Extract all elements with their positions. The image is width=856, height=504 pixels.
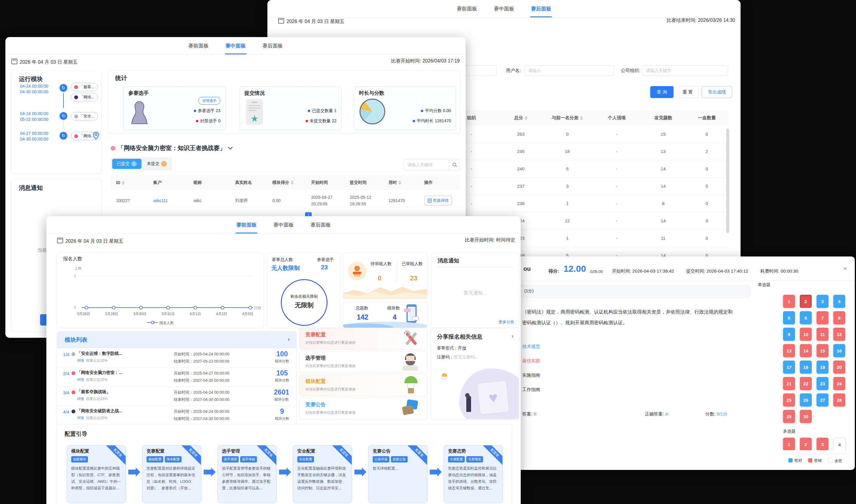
config-shortcut-competition[interactable]: 竞赛配置 对当前赛事的信息进行重新修改 — [299, 328, 427, 349]
col-score[interactable]: 模块得分 — [273, 180, 311, 185]
question-cell[interactable]: 27 — [817, 393, 828, 407]
tab-post-panel[interactable]: 赛后面板 — [310, 221, 331, 233]
guide-tag[interactable]: 大屏配置 — [448, 456, 465, 463]
question-cell[interactable]: 11 — [817, 328, 828, 341]
detail-link[interactable]: 详情 — [77, 358, 84, 363]
sort-icon[interactable] — [525, 116, 528, 120]
tab-submitted[interactable]: 已提交 1 — [112, 159, 141, 169]
question-cell[interactable]: 28 — [833, 393, 845, 407]
tab-post-panel[interactable]: 赛后面板 — [262, 42, 283, 54]
config-shortcut-modules[interactable]: 模块配置 对当前赛事的信息进行重新修改 — [299, 375, 427, 396]
question-cell[interactable]: 21 — [783, 377, 795, 390]
data-point[interactable] — [85, 306, 88, 309]
question-cell[interactable]: 19 — [817, 361, 828, 374]
guide-tag[interactable]: 新建公告 — [391, 456, 408, 463]
question-cell[interactable]: 17 — [783, 361, 795, 374]
guide-card-security-config[interactable]: 配置项 安全配置 安全配置 安全配置是确保比赛环境和选手数据安全的关键步骤，涉及… — [293, 445, 352, 503]
option-b[interactable]: 最佳实践 — [522, 358, 540, 364]
chevron-right-icon[interactable]: › — [288, 336, 290, 343]
reset-button[interactable]: 重 置 — [677, 86, 698, 98]
data-point[interactable] — [193, 306, 197, 309]
sort-icon[interactable] — [122, 181, 125, 185]
detail-link[interactable]: 详情 — [77, 416, 84, 420]
tab-mid-panel[interactable]: 赛中面板 — [225, 42, 246, 54]
guide-tag[interactable]: 创建模块 — [71, 456, 88, 463]
question-cell[interactable]: 4 — [833, 295, 845, 308]
question-cell[interactable]: 25 — [783, 393, 795, 407]
question-cell[interactable]: 5 — [783, 311, 795, 324]
question-cell[interactable]: 2 — [800, 438, 812, 450]
close-icon[interactable]: × — [843, 265, 847, 273]
question-cell[interactable]: 8 — [833, 311, 845, 324]
chevron-down-icon[interactable] — [228, 147, 233, 150]
question-cell[interactable]: 6 — [800, 311, 812, 324]
question-cell[interactable]: 15 — [817, 344, 828, 357]
guide-tag[interactable]: 基础配置 — [146, 456, 163, 463]
guide-card-competition-config[interactable]: 配置项 竞赛配置 基础配置报名配置 竞赛配置是对比赛的详细设定过程，包括设置赛事… — [142, 445, 201, 503]
question-cell[interactable]: 30 — [800, 410, 812, 423]
config-shortcut-players[interactable]: 选手管理 对当前赛事的信息进行重新修改 — [299, 351, 427, 373]
question-cell[interactable]: 3 — [817, 295, 828, 308]
query-button[interactable]: 查 询 — [650, 86, 674, 98]
option-c[interactable]: 实施指南 — [522, 373, 540, 378]
keyword-search-input[interactable] — [404, 159, 449, 170]
scrollbar[interactable] — [726, 128, 729, 233]
question-cell[interactable]: 10 — [800, 328, 812, 341]
chart-legend[interactable]: 报名人数 — [57, 321, 263, 326]
option-a[interactable]: 技术规范 — [522, 344, 540, 349]
module-row[interactable]: 3/4 「极客夺旗战场」 详情 权重占比25% 开始时间：2025-04-24 … — [57, 386, 296, 406]
tab-pre-panel[interactable]: 赛前面板 — [456, 5, 478, 17]
manage-players-button[interactable]: 管理选手 — [198, 97, 221, 105]
table-row[interactable]: 100227 wikc111 wikc 刘老师 0.00 2025-04-272… — [111, 190, 460, 211]
question-cell[interactable]: 29 — [783, 410, 795, 423]
question-cell[interactable]: 23 — [817, 377, 828, 390]
module-row[interactable]: 4/4 「网络安全破防者之战... 详情 权重占比25% 开始时间：2025-0… — [57, 406, 296, 425]
guide-card-situation[interactable]: 配置项 竞赛态势 大屏配置大屏预览 竞赛态势是实时监控和展示比赛动态信息的功能模… — [443, 445, 503, 503]
answer-detail-button[interactable]: 答题详情 — [424, 196, 452, 205]
col-id[interactable]: ID — [111, 180, 153, 185]
data-point[interactable] — [112, 306, 116, 309]
guide-tag[interactable]: 报名配置 — [165, 456, 181, 463]
sort-icon[interactable] — [398, 181, 401, 185]
sort-icon[interactable] — [580, 116, 583, 120]
question-cell[interactable]: 22 — [800, 377, 812, 390]
username-input[interactable] — [525, 65, 614, 76]
data-point[interactable] — [139, 306, 143, 309]
question-cell[interactable]: 24 — [833, 377, 845, 390]
guide-tag[interactable]: 选手管理 — [222, 456, 239, 463]
question-cell[interactable]: 16 — [833, 344, 845, 357]
detail-link[interactable]: 详情 — [77, 378, 84, 382]
module-pill-network[interactable]: 「网络... — [71, 93, 98, 101]
org-input[interactable] — [643, 65, 728, 76]
tab-post-panel[interactable]: 赛后面板 — [530, 5, 552, 17]
data-point[interactable] — [248, 306, 252, 309]
chevron-right-icon[interactable]: › — [511, 332, 513, 339]
option-d[interactable]: 工作指南 — [522, 387, 540, 393]
guide-tag[interactable]: 大屏预览 — [466, 456, 483, 463]
col-total[interactable]: 总分 — [499, 115, 543, 121]
sort-icon[interactable] — [291, 181, 294, 185]
module-pill-geek[interactable]: 「极客... — [71, 83, 98, 91]
question-cell[interactable]: 9 — [783, 328, 795, 341]
tab-pre-panel[interactable]: 赛前面板 — [188, 42, 209, 54]
detail-link[interactable]: 详情 — [77, 397, 84, 401]
module-row[interactable]: 1/4 「安全运维：数字防线... 详情 权重占比25% 开始时间：2025-0… — [57, 348, 296, 368]
guide-tag[interactable]: 公告列表 — [373, 456, 389, 463]
module-row[interactable]: 2/4 「网络安全脑力密室：... 详情 权重占比25% 开始时间：2025-0… — [57, 367, 296, 387]
question-cell[interactable]: 14 — [800, 344, 812, 357]
location-pin-icon[interactable] — [93, 132, 99, 140]
export-button[interactable]: 导出成绩 — [702, 86, 732, 98]
col-duration[interactable]: 用时 — [388, 180, 424, 185]
guide-tag[interactable]: 安全配置 — [297, 456, 314, 463]
question-cell[interactable]: 12 — [833, 328, 845, 341]
question-cell[interactable]: 26 — [800, 393, 812, 407]
question-cell[interactable]: 1 — [783, 295, 795, 308]
tab-unsubmitted[interactable]: 未提交 22 — [143, 159, 171, 169]
question-cell[interactable]: 3 — [817, 438, 828, 450]
guide-card-module-config[interactable]: 配置项 模块配置 创建模块 模块配置是将比赛中的五种题型（知识竞答、CTF、渗透… — [67, 445, 126, 503]
question-cell[interactable]: 2 — [800, 295, 812, 308]
question-cell[interactable]: 20 — [833, 361, 845, 374]
tab-mid-panel[interactable]: 赛中面板 — [273, 221, 294, 233]
question-cell[interactable]: 4 — [833, 438, 846, 450]
more-notices-link[interactable]: 更多公告 — [499, 319, 514, 325]
